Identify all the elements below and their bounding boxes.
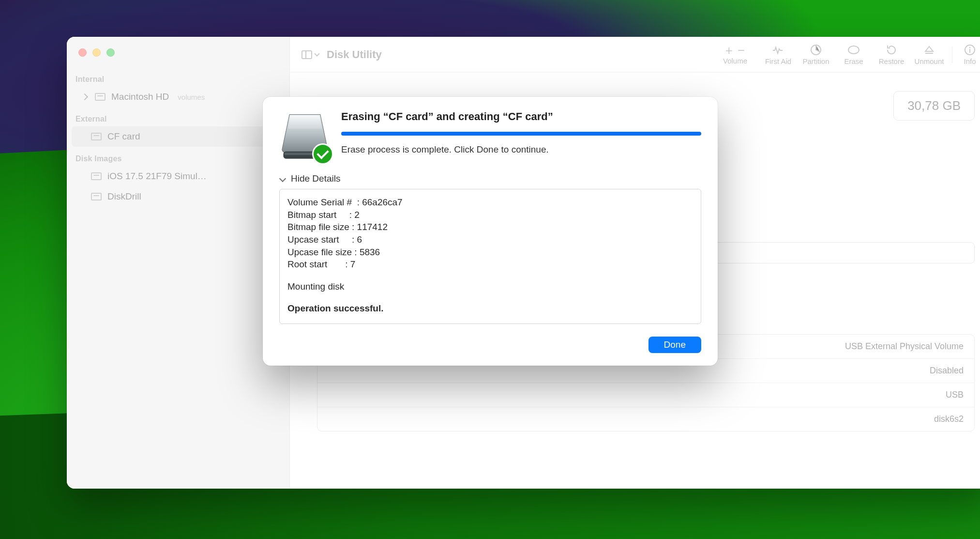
info-row-device: disk6s2 bbox=[317, 407, 974, 431]
disk-icon bbox=[91, 133, 102, 140]
sidebar-section-disk-images: Disk Images bbox=[67, 147, 289, 166]
erase-icon bbox=[847, 44, 860, 56]
volume-add-icon[interactable]: + bbox=[725, 44, 733, 57]
info-icon bbox=[964, 44, 976, 56]
sidebar-item-label: iOS 17.5 21F79 Simul… bbox=[107, 171, 207, 182]
log-success: Operation successful. bbox=[287, 302, 693, 315]
disk-icon bbox=[91, 172, 102, 180]
capacity-badge: 30,78 GB bbox=[893, 91, 975, 121]
log-line: Mounting disk bbox=[287, 280, 693, 293]
log-line: Volume Serial # : 66a26ca7 bbox=[287, 196, 693, 209]
drive-success-icon bbox=[279, 110, 331, 162]
sidebar-item-label: CF card bbox=[107, 131, 140, 142]
sidebar: Internal Macintosh HD volumes External C… bbox=[67, 37, 290, 489]
log-line: Upcase start : 6 bbox=[287, 233, 693, 246]
volumes-tag: volumes bbox=[178, 93, 205, 101]
disk-icon bbox=[91, 193, 102, 200]
sidebar-section-internal: Internal bbox=[67, 67, 289, 87]
window-controls bbox=[67, 42, 289, 67]
hide-details-toggle[interactable]: Hide Details bbox=[280, 173, 701, 184]
volume-remove-icon[interactable]: − bbox=[738, 44, 745, 57]
svg-point-1 bbox=[848, 46, 859, 54]
sidebar-item-cf-card[interactable]: CF card bbox=[72, 126, 285, 147]
toolbar-erase[interactable]: Erase bbox=[835, 37, 873, 72]
unmount-icon bbox=[924, 44, 935, 56]
info-row-connection: USB bbox=[317, 383, 974, 407]
toolbar-unmount[interactable]: Unmount bbox=[910, 37, 948, 72]
checkmark-icon bbox=[312, 143, 333, 165]
progress-bar bbox=[341, 132, 701, 136]
toolbar-restore[interactable]: Restore bbox=[873, 37, 910, 72]
svg-rect-4 bbox=[969, 49, 970, 53]
sidebar-item-label: Macintosh HD bbox=[111, 92, 169, 102]
done-button[interactable]: Done bbox=[648, 337, 701, 353]
log-line: Bitmap start : 2 bbox=[287, 209, 693, 221]
toolbar-info[interactable]: Info bbox=[956, 37, 980, 72]
close-window-button[interactable] bbox=[78, 48, 87, 57]
svg-point-3 bbox=[969, 47, 971, 48]
first-aid-icon bbox=[772, 44, 784, 56]
sidebar-item-diskdrill[interactable]: DiskDrill bbox=[72, 186, 285, 207]
chevron-right-icon bbox=[81, 93, 88, 100]
toolbar-partition[interactable]: Partition bbox=[797, 37, 835, 72]
toolbar-separator bbox=[952, 46, 952, 63]
sidebar-item-macintosh-hd[interactable]: Macintosh HD volumes bbox=[72, 87, 285, 107]
erase-sheet: Erasing “CF card” and creating “CF card”… bbox=[263, 97, 718, 366]
sidebar-toggle-icon[interactable] bbox=[302, 48, 319, 61]
toolbar-first-aid[interactable]: First Aid bbox=[759, 37, 797, 72]
chevron-down-icon bbox=[279, 175, 286, 182]
sheet-title: Erasing “CF card” and creating “CF card” bbox=[341, 110, 701, 123]
log-line: Bitmap file size : 117412 bbox=[287, 221, 693, 233]
sidebar-section-external: External bbox=[67, 107, 289, 126]
log-line: Upcase file size : 5836 bbox=[287, 246, 693, 259]
disk-icon bbox=[95, 93, 106, 101]
restore-icon bbox=[886, 44, 897, 56]
toolbar-volume-label: Volume bbox=[723, 57, 747, 65]
log-line: Root start : 7 bbox=[287, 258, 693, 271]
partition-icon bbox=[810, 44, 822, 56]
sidebar-item-ios-simulator[interactable]: iOS 17.5 21F79 Simul… bbox=[72, 166, 285, 186]
zoom-window-button[interactable] bbox=[106, 48, 115, 57]
sheet-message: Erase process is complete. Click Done to… bbox=[341, 144, 701, 155]
hide-details-label: Hide Details bbox=[291, 173, 340, 184]
window-title: Disk Utility bbox=[327, 48, 382, 61]
details-log[interactable]: Volume Serial # : 66a26ca7 Bitmap start … bbox=[279, 189, 701, 324]
toolbar: Disk Utility + − Volume First Aid Part bbox=[290, 37, 980, 73]
minimize-window-button[interactable] bbox=[92, 48, 101, 57]
sidebar-item-label: DiskDrill bbox=[107, 191, 141, 202]
